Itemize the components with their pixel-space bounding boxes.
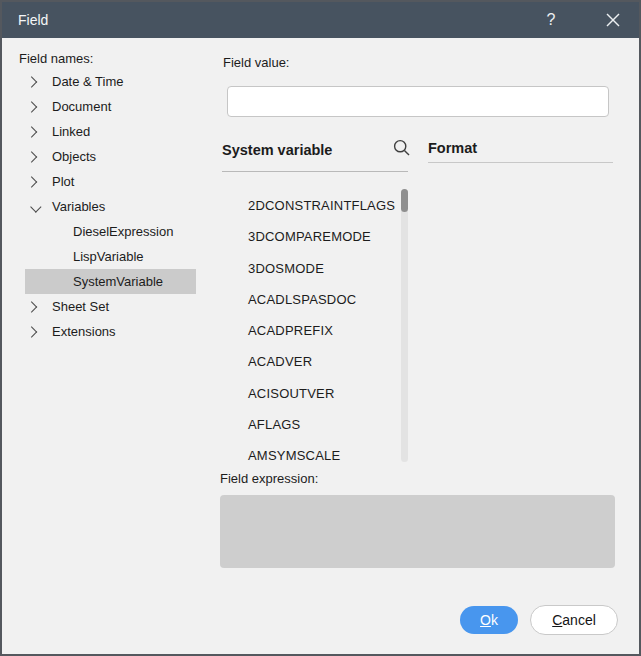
chevron-right-icon[interactable] (26, 176, 37, 187)
tree-item-label: Extensions (52, 324, 116, 339)
list-item[interactable]: AFLAGS (220, 409, 398, 440)
tree-item-systemvariable[interactable]: SystemVariable (25, 269, 196, 294)
tree-item-label: Date & Time (52, 74, 124, 89)
field-expression-label: Field expression: (220, 471, 318, 486)
cancel-button-label: Cancel (552, 612, 596, 628)
chevron-down-icon[interactable] (30, 201, 41, 212)
chevron-right-icon[interactable] (26, 76, 37, 87)
help-button[interactable]: ? (529, 2, 573, 38)
tree-item-variables[interactable]: Variables (25, 194, 196, 219)
chevron-right-icon[interactable] (26, 101, 37, 112)
tree-item-lispvariable[interactable]: LispVariable (25, 244, 196, 269)
tree-item-label: Linked (52, 124, 90, 139)
search-icon[interactable] (392, 138, 412, 158)
format-underline (428, 162, 613, 163)
field-dialog: Field ? Field names: Date & Time Documen… (0, 0, 641, 656)
tree-item-label: Document (52, 99, 111, 114)
tree-item-linked[interactable]: Linked (25, 119, 196, 144)
list-item[interactable]: 3DOSMODE (220, 253, 398, 284)
ok-button[interactable]: Ok (460, 606, 518, 634)
chevron-right-icon[interactable] (26, 126, 37, 137)
ok-button-label: Ok (480, 612, 498, 628)
tree-item-label: DieselExpression (73, 224, 173, 239)
system-variable-list: 2DCONSTRAINTFLAGS 3DCOMPAREMODE 3DOSMODE… (220, 190, 398, 472)
list-item[interactable]: ACADVER (220, 346, 398, 377)
help-icon: ? (547, 11, 556, 29)
field-value-label: Field value: (223, 55, 289, 70)
dialog-title: Field (18, 12, 48, 28)
close-icon (606, 13, 620, 27)
tree-item-date-time[interactable]: Date & Time (25, 69, 196, 94)
list-item[interactable]: ACADLSPASDOC (220, 284, 398, 315)
tree-item-extensions[interactable]: Extensions (25, 319, 196, 344)
chevron-right-icon[interactable] (26, 326, 37, 337)
list-item[interactable]: ACISOUTVER (220, 378, 398, 409)
tree-item-label: Objects (52, 149, 96, 164)
tree-item-plot[interactable]: Plot (25, 169, 196, 194)
list-item[interactable]: 2DCONSTRAINTFLAGS (220, 190, 398, 221)
field-names-label: Field names: (19, 51, 93, 66)
tree-item-sheet-set[interactable]: Sheet Set (25, 294, 196, 319)
tree-item-dieselexpression[interactable]: DieselExpression (25, 219, 196, 244)
tree-item-label: Variables (52, 199, 105, 214)
tree-item-label: Sheet Set (52, 299, 109, 314)
field-value-input[interactable] (227, 86, 609, 117)
titlebar[interactable]: Field ? (2, 2, 639, 38)
tree-item-document[interactable]: Document (25, 94, 196, 119)
scrollbar-thumb[interactable] (401, 189, 408, 212)
chevron-right-icon[interactable] (26, 151, 37, 162)
cancel-button[interactable]: Cancel (530, 605, 618, 635)
field-expression-box (220, 495, 615, 568)
list-item[interactable]: ACADPREFIX (220, 315, 398, 346)
tree-item-objects[interactable]: Objects (25, 144, 196, 169)
list-item[interactable]: 3DCOMPAREMODE (220, 221, 398, 252)
close-button[interactable] (591, 2, 635, 38)
tree-item-label: SystemVariable (73, 274, 163, 289)
system-variable-header: System variable (222, 142, 332, 158)
list-item[interactable]: AMSYMSCALE (220, 440, 398, 471)
system-variable-underline (222, 171, 408, 172)
chevron-right-icon[interactable] (26, 301, 37, 312)
format-header: Format (428, 140, 477, 156)
tree-item-label: LispVariable (73, 249, 144, 264)
tree-item-label: Plot (52, 174, 74, 189)
scrollbar-track[interactable] (401, 189, 408, 462)
